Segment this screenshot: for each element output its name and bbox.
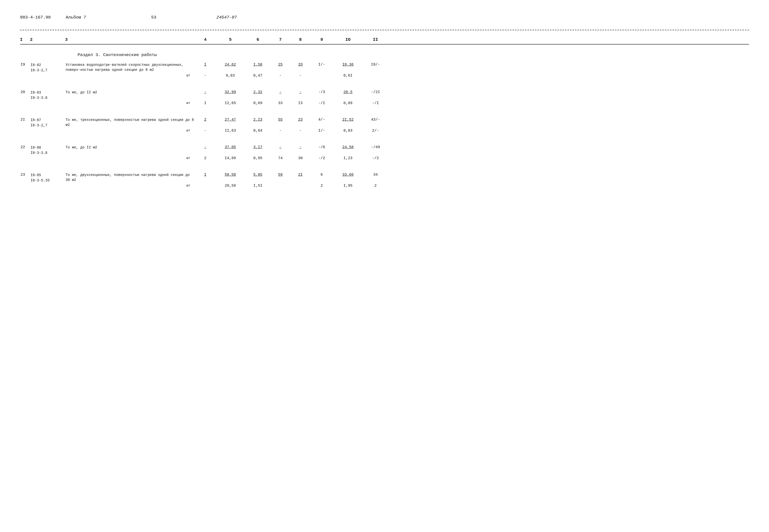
row-c4-bot-3: 2 <box>195 156 215 162</box>
data-row-1: 20 I8-83I8-3-3.8 То же, до I2 м2 - 32,99… <box>20 90 749 107</box>
row-c9-top-4: 6 <box>310 172 333 183</box>
col-header-7: 7 <box>270 37 290 42</box>
row-c9-bot-4: 2 <box>310 183 333 190</box>
col-header-2: 2 <box>30 37 65 42</box>
col-header-6: 6 <box>245 37 270 42</box>
row-desc-3: То же, до I2 м2 <box>66 145 97 150</box>
album-label: Альбом 7 <box>66 15 86 20</box>
row-c7-bot-2: - <box>270 128 290 135</box>
row-desc-container-0: Установка водоподогре-вателей скоростных… <box>65 62 195 73</box>
row-c4-bot-4 <box>195 183 215 190</box>
row-c7-bot-1: 33 <box>270 101 290 107</box>
column-headers: I 2 3 4 5 6 7 8 9 IO II <box>20 35 749 44</box>
col-header-9: 9 <box>310 37 333 42</box>
row-c11-top-4: 34 <box>363 172 388 183</box>
row-c7-top-0: 25 <box>270 62 290 73</box>
row-c9-bot-2: I/- <box>310 128 333 135</box>
row-num-2: 2I <box>20 117 30 128</box>
row-codes-1: I8-83I8-3-3.8 <box>30 90 65 101</box>
row-c4-bot-0: - <box>195 73 215 80</box>
row-c4-bot-2: - <box>195 128 215 135</box>
row-desc-0: Установка водоподогре-вателей скоростных… <box>66 63 195 72</box>
row-c10-bot-2: 0,83 <box>333 128 363 135</box>
row-c11-top-2: 43/- <box>363 117 388 128</box>
row-c6-bot-4: I,5I <box>245 183 270 190</box>
col-header-5: 5 <box>215 37 245 42</box>
row-codes-2: I8-87I8-3-2,7 <box>30 117 65 128</box>
row-c10-top-3: 24,58 <box>333 145 363 156</box>
row-c9-top-2: 4/- <box>310 117 333 128</box>
row-c10-top-0: I8,36 <box>333 62 363 73</box>
section-title: Раздел 3. Сантехнические работы <box>78 53 749 57</box>
row-c5-top-0: 24,62 <box>215 62 245 73</box>
row-c7-top-2: 55 <box>270 117 290 128</box>
row-c11-bot-3: -/2 <box>363 156 388 162</box>
row-code-1: I8-83I8-3-3.8 <box>31 90 47 101</box>
row-c8-top-3: - <box>290 145 310 156</box>
row-codes-0: I8-82I8-3-2,7 <box>30 62 65 73</box>
data-row-0: I9 I8-82I8-3-2,7 Установка водоподогре-в… <box>20 62 749 80</box>
row-c10-top-2: 2I,52 <box>333 117 363 128</box>
col-header-4: 4 <box>195 37 215 42</box>
row-num-4: 23 <box>20 172 30 183</box>
data-row-4: 23 I8-85I8-3-5.IO То же, двухсекционных,… <box>20 172 749 190</box>
row-c10-top-4: 33,66 <box>333 172 363 183</box>
row-c7-top-4: 59 <box>270 172 290 183</box>
row-c9-top-0: I/- <box>310 62 333 73</box>
col-header-11: II <box>363 37 388 42</box>
row-unit-4: шт <box>65 183 195 190</box>
row-c7-bot-3: 74 <box>270 156 290 162</box>
row-c11-top-1: -/2I <box>363 90 388 101</box>
row-c8-bot-3: 30 <box>290 156 310 162</box>
row-c5-bot-1: I2,65 <box>215 101 245 107</box>
row-c5-top-1: 32,99 <box>215 90 245 101</box>
col-header-1: I <box>20 37 30 42</box>
row-c6-top-4: 5,05 <box>245 172 270 183</box>
row-c7-top-1: - <box>270 90 290 101</box>
row-num-1: 20 <box>20 90 30 101</box>
row-c9-bot-0 <box>310 73 333 80</box>
row-c11-bot-0 <box>363 73 388 80</box>
row-c8-top-2: 23 <box>290 117 310 128</box>
row-c9-bot-3: -/2 <box>310 156 333 162</box>
header-bottom-divider <box>20 44 749 45</box>
row-code-3: I8-88I8-3-3.8 <box>31 145 47 156</box>
row-c8-top-1: - <box>290 90 310 101</box>
row-c5-top-3: 37,05 <box>215 145 245 156</box>
row-c5-top-2: 27,47 <box>215 117 245 128</box>
row-c6-top-1: 2,32 <box>245 90 270 101</box>
row-c4-top-3: - <box>195 145 215 156</box>
data-row-2: 2I I8-87I8-3-2,7 То же, трехсекционных, … <box>20 117 749 135</box>
row-c4-top-0: I <box>195 62 215 73</box>
row-c11-bot-2: 2/- <box>363 128 388 135</box>
row-c9-top-3: -/6 <box>310 145 333 156</box>
row-c10-bot-4: I,95 <box>333 183 363 190</box>
row-desc-container-4: То же, двухсекционных, поверхностью нагр… <box>65 172 195 183</box>
row-code-4: I8-85I8-3-5.IO <box>31 173 50 183</box>
row-c10-top-1: 20,5 <box>333 90 363 101</box>
data-container: I9 I8-82I8-3-2,7 Установка водоподогре-в… <box>20 62 749 190</box>
row-c11-bot-4: 2 <box>363 183 388 190</box>
doc-number: 903-4-167.90 <box>20 15 51 20</box>
page-header: 903-4-167.90 Альбом 7 53 24547-07 <box>20 15 749 20</box>
row-c5-top-4: 58,50 <box>215 172 245 183</box>
row-unit-0: шт <box>65 73 195 80</box>
row-c6-bot-0: 0,47 <box>245 73 270 80</box>
row-desc-2: То же, трехсекционных, поверхностью нагр… <box>66 118 195 127</box>
col-header-3: 3 <box>65 37 195 42</box>
row-code-0: I8-82I8-3-2,7 <box>31 63 47 73</box>
row-c7-bot-4 <box>270 183 290 190</box>
row-codes-3: I8-88I8-3-3.8 <box>30 145 65 156</box>
row-c7-bot-0: - <box>270 73 290 80</box>
row-c11-bot-1: -/I <box>363 101 388 107</box>
row-c10-bot-3: I,23 <box>333 156 363 162</box>
row-c9-bot-1: -/I <box>310 101 333 107</box>
row-c8-bot-1: I3 <box>290 101 310 107</box>
row-c6-bot-3: 0,95 <box>245 156 270 162</box>
row-c6-top-2: 2,I3 <box>245 117 270 128</box>
row-c10-bot-1: 0,89 <box>333 101 363 107</box>
row-desc-4: То же, двухсекционных, поверхностью нагр… <box>66 173 195 182</box>
row-c9-top-1: -/3 <box>310 90 333 101</box>
row-unit-2: шт <box>65 128 195 135</box>
row-c8-bot-0: - <box>290 73 310 80</box>
